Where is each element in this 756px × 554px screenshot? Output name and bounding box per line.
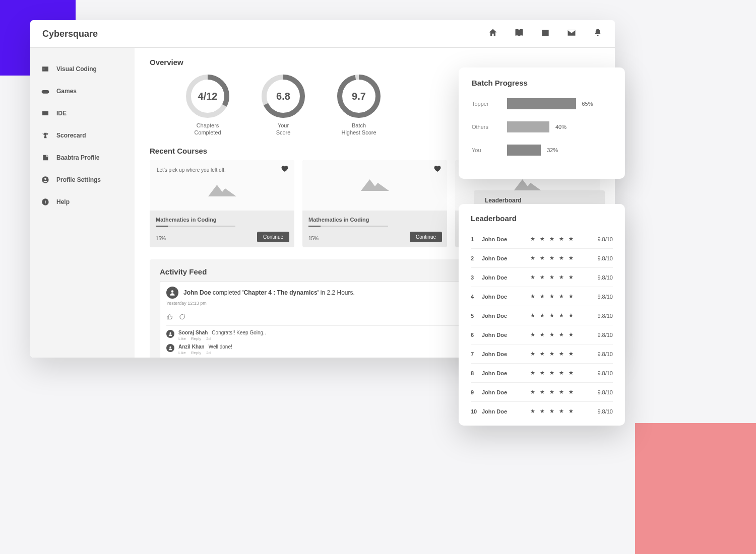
batch-row: You 32%	[472, 145, 612, 156]
mail-icon[interactable]	[566, 28, 577, 40]
overview-title: Overview	[150, 58, 600, 66]
heart-icon[interactable]	[281, 165, 288, 174]
svg-marker-17	[514, 179, 542, 191]
sidebar-label: Help	[56, 198, 70, 205]
comment-meta[interactable]: Like	[178, 336, 186, 341]
sidebar-label: Baabtra Profile	[56, 154, 99, 161]
svg-point-6	[44, 178, 46, 180]
leaderboard-row[interactable]: 5 John Doe ★ ★ ★ ★ ★ 9.8/10	[471, 306, 613, 325]
lb-score: 9.8/10	[597, 294, 613, 300]
lb-name: John Doe	[482, 332, 530, 338]
svg-point-4	[47, 92, 47, 92]
overview-ring: 4/12 Chapters Completed	[185, 74, 230, 136]
sidebar-label: Profile Settings	[56, 176, 101, 183]
topbar: Cybersquare	[30, 20, 615, 48]
svg-marker-15	[208, 185, 236, 196]
course-title: Mathematics in Coding	[156, 217, 288, 223]
ring-label: Batch Highest Score	[341, 122, 376, 136]
sidebar-label: Games	[56, 88, 77, 95]
leaderboard-row[interactable]: 3 John Doe ★ ★ ★ ★ ★ 9.8/10	[471, 268, 613, 287]
leaderboard-row[interactable]: 1 John Doe ★ ★ ★ ★ ★ 9.8/10	[471, 230, 613, 249]
batch-percent: 65%	[582, 101, 593, 107]
book-icon[interactable]	[514, 28, 524, 40]
continue-button[interactable]: Continue	[257, 232, 289, 242]
leaderboard-row[interactable]: 8 John Doe ★ ★ ★ ★ ★ 9.8/10	[471, 364, 613, 383]
course-card[interactable]: Let's pick up where you left off. Mathem…	[150, 160, 294, 247]
batch-progress-card: Batch Progress Topper 65%Others 40%You 3…	[459, 67, 625, 179]
sidebar-label: Visual Coding	[56, 65, 97, 73]
nav-icons	[488, 28, 603, 40]
batch-percent: 40%	[555, 124, 566, 130]
ring-label: Chapters Completed	[194, 122, 221, 136]
svg-point-20	[169, 346, 171, 348]
thumbs-up-icon[interactable]	[166, 313, 173, 321]
calendar-icon[interactable]	[540, 28, 550, 40]
lb-score: 9.8/10	[597, 370, 613, 376]
sidebar-item-scorecard[interactable]: Scorecard	[30, 124, 135, 147]
comment-meta[interactable]: Reply	[191, 336, 201, 341]
sidebar: Visual Coding Games IDE Scorecard Baabtr…	[30, 48, 135, 358]
course-title: Mathematics in Coding	[308, 217, 441, 223]
sidebar-item-baabtra[interactable]: Baabtra Profile	[30, 147, 135, 169]
continue-button[interactable]: Continue	[410, 232, 442, 242]
comment-icon[interactable]	[178, 313, 185, 321]
comment-meta[interactable]: Reply	[191, 351, 201, 355]
recent-title: Recent Courses	[150, 147, 207, 155]
home-icon[interactable]	[488, 28, 498, 40]
lb-rank: 8	[471, 370, 482, 376]
batch-title: Batch Progress	[472, 79, 612, 87]
lb-score: 9.8/10	[597, 332, 613, 338]
svg-text:i: i	[45, 199, 46, 204]
lb-rank: 10	[471, 408, 482, 414]
comment-meta[interactable]: Like	[178, 351, 186, 355]
lb-score: 9.8/10	[597, 313, 613, 319]
sidebar-item-ide[interactable]: IDE	[30, 102, 135, 124]
lb-stars: ★ ★ ★ ★ ★	[530, 293, 597, 300]
lb-score: 9.8/10	[597, 236, 613, 242]
lb-name: John Doe	[482, 351, 530, 357]
heart-icon[interactable]	[434, 165, 441, 174]
comment-meta[interactable]: 2d	[206, 351, 211, 355]
lb-rank: 1	[471, 236, 482, 242]
sidebar-item-games[interactable]: Games	[30, 80, 135, 102]
batch-bar	[507, 98, 576, 109]
lb-score: 9.8/10	[597, 351, 613, 357]
lb-rank: 4	[471, 294, 482, 300]
progress-bar	[156, 226, 235, 227]
comment-text: Well done!	[209, 344, 232, 350]
lb-score: 9.8/10	[597, 274, 613, 281]
placeholder-image-icon	[309, 173, 440, 192]
leaderboard-row[interactable]: 10 John Doe ★ ★ ★ ★ ★ 9.8/10	[471, 402, 613, 421]
svg-point-1	[545, 33, 546, 34]
svg-point-18	[171, 290, 174, 293]
lb-rank: 9	[471, 389, 482, 395]
lb-name: John Doe	[482, 236, 530, 242]
leaderboard-card: Leaderboard 1 John Doe ★ ★ ★ ★ ★ 9.8/102…	[459, 204, 625, 426]
leaderboard-title: Leaderboard	[471, 214, 613, 223]
placeholder-image-icon	[157, 179, 287, 198]
avatar-icon	[166, 330, 174, 338]
lb-stars: ★ ★ ★ ★ ★	[530, 408, 597, 414]
comment-author: Anzil Khan	[178, 344, 205, 350]
bell-icon[interactable]	[593, 28, 603, 40]
leaderboard-row[interactable]: 7 John Doe ★ ★ ★ ★ ★ 9.8/10	[471, 344, 613, 364]
svg-marker-16	[361, 179, 389, 191]
lb-stars: ★ ★ ★ ★ ★	[530, 274, 597, 281]
leaderboard-row[interactable]: 2 John Doe ★ ★ ★ ★ ★ 9.8/10	[471, 249, 613, 268]
lb-stars: ★ ★ ★ ★ ★	[530, 389, 597, 395]
comment-meta[interactable]: 2d	[206, 336, 211, 341]
brand-title: Cybersquare	[42, 29, 98, 39]
svg-point-2	[547, 33, 548, 34]
leaderboard-row[interactable]: 4 John Doe ★ ★ ★ ★ ★ 9.8/10	[471, 287, 613, 306]
leaderboard-row[interactable]: 6 John Doe ★ ★ ★ ★ ★ 9.8/10	[471, 325, 613, 344]
sidebar-item-visual-coding[interactable]: Visual Coding	[30, 58, 135, 80]
sidebar-item-profile-settings[interactable]: Profile Settings	[30, 169, 135, 191]
ring-value: 9.7	[336, 74, 382, 119]
batch-bar	[507, 121, 549, 132]
ring-label: Your Score	[276, 122, 291, 136]
batch-row: Others 40%	[472, 121, 612, 132]
leaderboard-row[interactable]: 9 John Doe ★ ★ ★ ★ ★ 9.8/10	[471, 383, 613, 402]
avatar-icon	[166, 287, 178, 299]
sidebar-item-help[interactable]: iHelp	[30, 191, 135, 213]
course-card[interactable]: Mathematics in Coding 15% Continue	[302, 160, 447, 247]
